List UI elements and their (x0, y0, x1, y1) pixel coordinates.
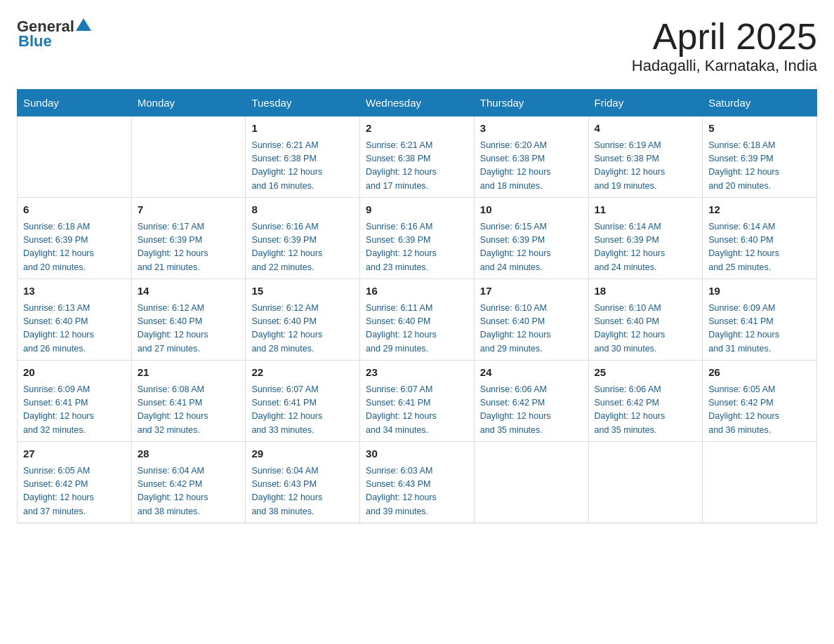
day-info: Sunrise: 6:17 AM Sunset: 6:39 PM Dayligh… (138, 220, 240, 275)
day-info: Sunrise: 6:10 AM Sunset: 6:40 PM Dayligh… (595, 302, 697, 356)
day-number: 14 (138, 283, 240, 300)
logo: General Blue (17, 17, 91, 51)
day-number: 15 (251, 283, 354, 300)
calendar-cell: 29Sunrise: 6:04 AM Sunset: 6:43 PM Dayli… (246, 442, 360, 523)
calendar-cell: 7Sunrise: 6:17 AM Sunset: 6:39 PM Daylig… (131, 198, 246, 279)
day-number: 9 (366, 202, 468, 218)
day-info: Sunrise: 6:14 AM Sunset: 6:39 PM Dayligh… (595, 220, 697, 275)
day-number: 24 (480, 365, 583, 381)
day-info: Sunrise: 6:16 AM Sunset: 6:39 PM Dayligh… (366, 220, 468, 275)
day-number: 1 (251, 121, 354, 137)
day-number: 7 (138, 202, 240, 218)
calendar-cell (474, 442, 588, 523)
calendar-cell: 9Sunrise: 6:16 AM Sunset: 6:39 PM Daylig… (360, 198, 475, 279)
calendar-cell: 10Sunrise: 6:15 AM Sunset: 6:39 PM Dayli… (474, 198, 588, 279)
calendar-cell: 19Sunrise: 6:09 AM Sunset: 6:41 PM Dayli… (703, 279, 817, 361)
calendar-cell: 18Sunrise: 6:10 AM Sunset: 6:40 PM Dayli… (588, 279, 703, 361)
calendar-cell: 12Sunrise: 6:14 AM Sunset: 6:40 PM Dayli… (703, 198, 817, 279)
calendar-cell: 15Sunrise: 6:12 AM Sunset: 6:40 PM Dayli… (246, 279, 360, 361)
day-number: 27 (23, 446, 126, 462)
calendar-cell: 11Sunrise: 6:14 AM Sunset: 6:39 PM Dayli… (588, 198, 703, 279)
calendar-cell (18, 116, 132, 198)
calendar-cell: 24Sunrise: 6:06 AM Sunset: 6:42 PM Dayli… (474, 361, 588, 442)
calendar-cell: 25Sunrise: 6:06 AM Sunset: 6:42 PM Dayli… (588, 361, 703, 442)
day-info: Sunrise: 6:12 AM Sunset: 6:40 PM Dayligh… (138, 302, 240, 356)
calendar-cell: 4Sunrise: 6:19 AM Sunset: 6:38 PM Daylig… (588, 116, 703, 198)
day-number: 18 (595, 283, 697, 300)
weekday-header-row: SundayMondayTuesdayWednesdayThursdayFrid… (18, 90, 817, 116)
day-number: 2 (366, 121, 468, 137)
day-info: Sunrise: 6:12 AM Sunset: 6:40 PM Dayligh… (251, 302, 354, 356)
calendar-cell: 23Sunrise: 6:07 AM Sunset: 6:41 PM Dayli… (360, 361, 475, 442)
page-header: General Blue April 2025 Hadagalli, Karna… (17, 17, 817, 75)
day-info: Sunrise: 6:09 AM Sunset: 6:41 PM Dayligh… (23, 383, 126, 438)
day-number: 30 (366, 446, 468, 462)
day-info: Sunrise: 6:16 AM Sunset: 6:39 PM Dayligh… (251, 220, 354, 275)
day-number: 26 (708, 365, 811, 381)
calendar-cell: 8Sunrise: 6:16 AM Sunset: 6:39 PM Daylig… (246, 198, 360, 279)
calendar-cell: 16Sunrise: 6:11 AM Sunset: 6:40 PM Dayli… (360, 279, 475, 361)
day-number: 5 (708, 121, 811, 137)
title-section: April 2025 Hadagalli, Karnataka, India (632, 17, 817, 75)
calendar-cell: 28Sunrise: 6:04 AM Sunset: 6:42 PM Dayli… (131, 442, 246, 523)
day-info: Sunrise: 6:06 AM Sunset: 6:42 PM Dayligh… (595, 383, 697, 438)
svg-marker-0 (76, 18, 91, 31)
weekday-header-thursday: Thursday (474, 90, 588, 116)
day-info: Sunrise: 6:04 AM Sunset: 6:43 PM Dayligh… (251, 464, 354, 519)
calendar-cell: 3Sunrise: 6:20 AM Sunset: 6:38 PM Daylig… (474, 116, 588, 198)
day-info: Sunrise: 6:07 AM Sunset: 6:41 PM Dayligh… (366, 383, 468, 438)
day-info: Sunrise: 6:09 AM Sunset: 6:41 PM Dayligh… (708, 302, 811, 356)
day-number: 16 (366, 283, 468, 300)
day-number: 28 (138, 446, 240, 462)
day-number: 12 (708, 202, 811, 218)
day-info: Sunrise: 6:08 AM Sunset: 6:41 PM Dayligh… (138, 383, 240, 438)
day-info: Sunrise: 6:21 AM Sunset: 6:38 PM Dayligh… (366, 139, 468, 194)
day-info: Sunrise: 6:18 AM Sunset: 6:39 PM Dayligh… (708, 139, 811, 194)
day-number: 11 (595, 202, 697, 218)
day-number: 6 (23, 202, 126, 218)
calendar-week-row: 27Sunrise: 6:05 AM Sunset: 6:42 PM Dayli… (18, 442, 817, 523)
day-number: 23 (366, 365, 468, 381)
location-title: Hadagalli, Karnataka, India (632, 57, 817, 75)
day-number: 25 (595, 365, 697, 381)
day-info: Sunrise: 6:13 AM Sunset: 6:40 PM Dayligh… (23, 302, 126, 356)
calendar-cell (703, 442, 817, 523)
calendar-cell: 20Sunrise: 6:09 AM Sunset: 6:41 PM Dayli… (18, 361, 132, 442)
day-info: Sunrise: 6:04 AM Sunset: 6:42 PM Dayligh… (138, 464, 240, 519)
calendar-table: SundayMondayTuesdayWednesdayThursdayFrid… (17, 89, 817, 523)
day-info: Sunrise: 6:03 AM Sunset: 6:43 PM Dayligh… (366, 464, 468, 519)
calendar-cell: 6Sunrise: 6:18 AM Sunset: 6:39 PM Daylig… (18, 198, 132, 279)
day-number: 10 (480, 202, 583, 218)
day-number: 21 (138, 365, 240, 381)
day-number: 4 (595, 121, 697, 137)
logo-triangle-icon (76, 18, 91, 34)
calendar-cell: 26Sunrise: 6:05 AM Sunset: 6:42 PM Dayli… (703, 361, 817, 442)
day-number: 29 (251, 446, 354, 462)
calendar-week-row: 20Sunrise: 6:09 AM Sunset: 6:41 PM Dayli… (18, 361, 817, 442)
logo-blue: Blue (18, 32, 52, 51)
calendar-cell: 2Sunrise: 6:21 AM Sunset: 6:38 PM Daylig… (360, 116, 475, 198)
calendar-cell (131, 116, 246, 198)
day-number: 22 (251, 365, 354, 381)
calendar-week-row: 1Sunrise: 6:21 AM Sunset: 6:38 PM Daylig… (18, 116, 817, 198)
calendar-cell: 14Sunrise: 6:12 AM Sunset: 6:40 PM Dayli… (131, 279, 246, 361)
day-info: Sunrise: 6:05 AM Sunset: 6:42 PM Dayligh… (708, 383, 811, 438)
day-number: 8 (251, 202, 354, 218)
day-number: 17 (480, 283, 583, 300)
calendar-cell: 21Sunrise: 6:08 AM Sunset: 6:41 PM Dayli… (131, 361, 246, 442)
day-number: 19 (708, 283, 811, 300)
day-info: Sunrise: 6:07 AM Sunset: 6:41 PM Dayligh… (251, 383, 354, 438)
weekday-header-saturday: Saturday (703, 90, 817, 116)
day-info: Sunrise: 6:10 AM Sunset: 6:40 PM Dayligh… (480, 302, 583, 356)
weekday-header-tuesday: Tuesday (246, 90, 360, 116)
day-number: 3 (480, 121, 583, 137)
day-info: Sunrise: 6:19 AM Sunset: 6:38 PM Dayligh… (595, 139, 697, 194)
day-info: Sunrise: 6:20 AM Sunset: 6:38 PM Dayligh… (480, 139, 583, 194)
calendar-week-row: 6Sunrise: 6:18 AM Sunset: 6:39 PM Daylig… (18, 198, 817, 279)
day-number: 13 (23, 283, 126, 300)
day-info: Sunrise: 6:05 AM Sunset: 6:42 PM Dayligh… (23, 464, 126, 519)
calendar-cell: 17Sunrise: 6:10 AM Sunset: 6:40 PM Dayli… (474, 279, 588, 361)
calendar-cell: 30Sunrise: 6:03 AM Sunset: 6:43 PM Dayli… (360, 442, 475, 523)
calendar-week-row: 13Sunrise: 6:13 AM Sunset: 6:40 PM Dayli… (18, 279, 817, 361)
calendar-cell: 1Sunrise: 6:21 AM Sunset: 6:38 PM Daylig… (246, 116, 360, 198)
